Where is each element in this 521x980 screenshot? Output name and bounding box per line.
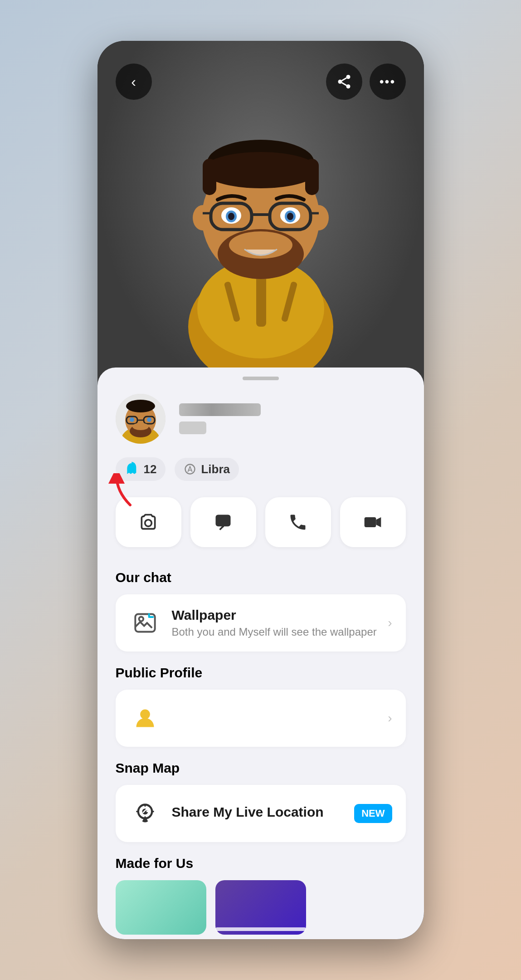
svg-point-23 [287,213,293,220]
svg-point-8 [203,152,319,188]
person-icon [133,706,157,730]
snap-score-label: 12 [144,462,157,476]
bottom-sheet: 12 [97,368,424,939]
wallpaper-subtitle: Both you and Myself will see the wallpap… [172,626,377,638]
public-profile-chevron: › [388,711,392,725]
share-icon [336,74,352,90]
svg-point-40 [147,417,151,422]
wallpaper-menu-item[interactable]: Wallpaper Both you and Myself will see t… [116,594,406,652]
made-for-us-cards [97,880,424,935]
svg-rect-45 [216,515,231,527]
wallpaper-menu-text: Wallpaper Both you and Myself will see t… [172,608,377,638]
badges-row: 12 [97,457,424,481]
username-line-1 [179,403,261,416]
video-icon [363,512,383,532]
mini-bitmoji [116,394,166,444]
more-icon: ••• [380,74,395,89]
location-icon-wrap [129,798,161,829]
live-location-title: Share My Live Location [172,804,344,820]
svg-point-39 [130,417,134,422]
video-button[interactable] [340,497,406,547]
phone-frame: ‹ ••• [97,41,424,939]
camera-icon [138,512,158,532]
svg-point-48 [139,617,143,622]
svg-point-28 [338,80,342,84]
red-arrow-indicator [107,473,135,513]
wallpaper-title: Wallpaper [172,608,377,623]
chat-button[interactable] [190,497,256,547]
made-for-us-card-1[interactable] [116,880,206,935]
wallpaper-icon-wrap [129,607,161,639]
live-location-menu-text: Share My Live Location [172,804,344,823]
svg-point-44 [145,520,152,527]
avatar-section: ‹ ••• [97,41,424,395]
share-button[interactable] [326,64,362,100]
more-button[interactable]: ••• [370,64,406,100]
public-profile-icon-wrap [129,702,161,734]
svg-point-35 [126,400,155,412]
live-location-menu-item[interactable]: Share My Live Location NEW [116,785,406,842]
made-for-us-section-label: Made for Us [97,856,424,871]
snap-map-section-label: Snap Map [97,760,424,776]
public-profile-menu-text [172,717,377,720]
username-blur [179,403,406,434]
back-button[interactable]: ‹ [116,64,152,100]
phone-icon [288,512,308,532]
public-profile-section-label: Public Profile [97,665,424,681]
svg-rect-10 [305,159,319,195]
svg-rect-46 [365,517,376,527]
actions-row [97,497,424,547]
bitmoji-figure [170,64,351,372]
profile-info [179,403,406,434]
chat-icon [213,512,233,532]
location-icon [133,802,157,825]
svg-line-31 [341,78,346,81]
our-chat-section-label: Our chat [97,570,424,585]
call-button[interactable] [265,497,331,547]
profile-avatar [116,394,166,444]
svg-point-42 [132,423,149,430]
new-badge: NEW [354,804,392,823]
zodiac-badge[interactable]: Libra [175,458,239,481]
zodiac-icon [184,463,196,475]
svg-point-20 [228,213,234,220]
svg-point-49 [140,710,150,720]
public-profile-menu-item[interactable]: › [116,690,406,747]
username-line-2 [179,421,206,434]
svg-point-29 [346,84,350,88]
zodiac-label: Libra [201,462,230,476]
back-icon: ‹ [131,74,136,90]
made-for-us-card-2[interactable] [215,880,306,935]
sheet-handle [243,377,279,380]
nav-button-group: ••• [326,64,406,100]
wallpaper-icon [133,611,157,635]
svg-rect-9 [203,159,216,195]
svg-point-27 [346,75,350,79]
top-navigation: ‹ ••• [97,64,424,100]
snap-score-badge[interactable]: 12 [116,457,166,481]
wallpaper-chevron: › [388,616,392,630]
profile-section [97,394,424,444]
svg-line-30 [341,83,346,85]
home-indicator [215,927,306,931]
